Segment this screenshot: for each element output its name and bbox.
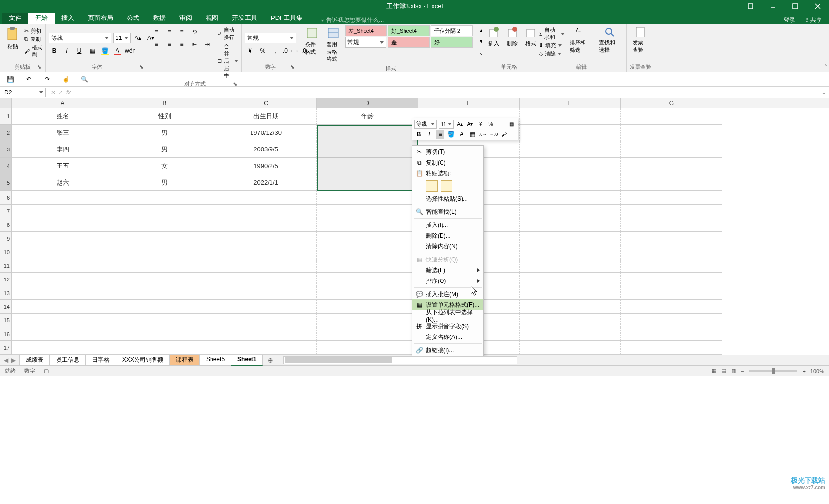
- cell[interactable]: [317, 314, 418, 327]
- col-header-D[interactable]: D: [317, 98, 418, 108]
- col-header-B[interactable]: B: [114, 98, 215, 108]
- sheet-tab[interactable]: 田字格: [86, 355, 116, 366]
- cell[interactable]: [621, 286, 722, 300]
- tab-开发工具[interactable]: 开发工具: [225, 12, 264, 24]
- view-pagelayout-icon[interactable]: ▤: [721, 368, 726, 374]
- cell[interactable]: [114, 273, 215, 286]
- mini-formatpainter-icon[interactable]: 🖌: [500, 130, 509, 139]
- cell[interactable]: [520, 218, 621, 232]
- cell[interactable]: [317, 232, 418, 245]
- row-header[interactable]: 1: [0, 108, 11, 125]
- mini-decimal-inc-icon[interactable]: .0→: [479, 130, 487, 139]
- cell[interactable]: [520, 341, 621, 355]
- cell[interactable]: [12, 300, 114, 314]
- mini-fillcolor-icon[interactable]: 🪣: [446, 130, 455, 139]
- cell[interactable]: [621, 174, 722, 191]
- cell[interactable]: [317, 158, 418, 174]
- menu-insert-comment[interactable]: 💬插入批注(M): [412, 289, 483, 299]
- minimize-button[interactable]: [762, 0, 784, 13]
- font-color-button[interactable]: A: [112, 45, 123, 56]
- font-name-combo[interactable]: 等线: [49, 33, 111, 43]
- sheet-tab[interactable]: 员工信息: [50, 355, 86, 366]
- cell[interactable]: [317, 286, 418, 300]
- cell[interactable]: 李四: [12, 141, 114, 158]
- mini-font-combo[interactable]: 等线: [414, 120, 437, 129]
- cell[interactable]: [12, 218, 114, 232]
- tab-审阅[interactable]: 审阅: [173, 12, 199, 24]
- comma-format-icon[interactable]: ,: [270, 45, 281, 56]
- col-header-G[interactable]: G: [621, 98, 722, 108]
- cell[interactable]: [114, 314, 215, 327]
- print-preview-icon[interactable]: 🔍: [79, 74, 90, 85]
- cell[interactable]: [12, 245, 114, 259]
- menu-cut[interactable]: ✂剪切(T): [412, 147, 483, 157]
- row-header[interactable]: 7: [0, 205, 11, 218]
- row-header[interactable]: 11: [0, 259, 11, 273]
- find-select-button[interactable]: 查找和选择: [596, 25, 623, 55]
- mini-decimal-dec-icon[interactable]: ←.0: [489, 130, 498, 139]
- share-button[interactable]: ⇪ 共享: [804, 16, 822, 24]
- cell[interactable]: [215, 245, 317, 259]
- mini-size-combo[interactable]: 11: [439, 120, 454, 129]
- cell[interactable]: [215, 314, 317, 327]
- mini-table-icon[interactable]: ▦: [507, 120, 516, 129]
- cell-style-combo[interactable]: 常规: [345, 37, 386, 48]
- cell[interactable]: [12, 286, 114, 300]
- cell[interactable]: [621, 158, 722, 174]
- col-header-E[interactable]: E: [418, 98, 520, 108]
- menu-copy[interactable]: ⧉复制(C): [412, 157, 483, 168]
- cell[interactable]: 男: [114, 174, 215, 191]
- mini-italic-icon[interactable]: I: [425, 130, 434, 139]
- align-top-icon[interactable]: ≡: [151, 26, 162, 37]
- cell[interactable]: [520, 286, 621, 300]
- mini-decrease-font-icon[interactable]: A▾: [466, 120, 474, 129]
- cell[interactable]: [621, 141, 722, 158]
- zoom-out-icon[interactable]: −: [741, 368, 744, 374]
- mini-fontcolor-icon[interactable]: A: [457, 130, 466, 139]
- tab-视图[interactable]: 视图: [199, 12, 225, 24]
- style-cell[interactable]: 好_Sheet4: [388, 25, 430, 36]
- cell[interactable]: 2003/9/5: [215, 141, 317, 158]
- tab-插入[interactable]: 插入: [55, 12, 81, 24]
- cell[interactable]: [317, 341, 418, 355]
- col-header-F[interactable]: F: [520, 98, 621, 108]
- cell[interactable]: [12, 259, 114, 273]
- row-header[interactable]: 12: [0, 273, 11, 286]
- orientation-icon[interactable]: ⟲: [189, 26, 200, 37]
- cell[interactable]: [317, 191, 418, 205]
- row-header[interactable]: 3: [0, 141, 11, 158]
- cell[interactable]: [215, 327, 317, 341]
- cell[interactable]: [114, 300, 215, 314]
- cell[interactable]: [621, 341, 722, 355]
- cell[interactable]: [621, 327, 722, 341]
- cell[interactable]: [621, 191, 722, 205]
- cell[interactable]: [520, 232, 621, 245]
- cell[interactable]: 1970/12/30: [215, 125, 317, 141]
- cell[interactable]: [12, 232, 114, 245]
- tab-file[interactable]: 文件: [2, 12, 28, 24]
- row-header[interactable]: 8: [0, 218, 11, 232]
- collapse-ribbon-icon[interactable]: ˄: [824, 64, 827, 71]
- cell[interactable]: [520, 108, 621, 125]
- align-left-icon[interactable]: ≡: [151, 39, 162, 50]
- mini-accounting-icon[interactable]: ¥: [476, 120, 484, 129]
- underline-button[interactable]: U: [74, 45, 85, 56]
- cell[interactable]: [114, 327, 215, 341]
- sheet-nav-last-icon[interactable]: ▶: [11, 357, 16, 364]
- row-header[interactable]: 6: [0, 191, 11, 205]
- cell[interactable]: [215, 218, 317, 232]
- copy-button[interactable]: ⧉ 复制: [24, 36, 42, 43]
- cell[interactable]: [621, 125, 722, 141]
- menu-insert[interactable]: 插入(I)...: [412, 220, 483, 230]
- touch-mode-icon[interactable]: ☝: [60, 74, 71, 85]
- horizontal-scrollbar[interactable]: [283, 356, 517, 364]
- cell[interactable]: [520, 191, 621, 205]
- paste-button[interactable]: 粘贴: [3, 25, 22, 51]
- cell[interactable]: [215, 341, 317, 355]
- cell[interactable]: [621, 218, 722, 232]
- style-cell[interactable]: 差: [388, 37, 430, 48]
- close-button[interactable]: [807, 0, 829, 13]
- cell[interactable]: [317, 174, 418, 191]
- cell[interactable]: [621, 232, 722, 245]
- cell[interactable]: [114, 286, 215, 300]
